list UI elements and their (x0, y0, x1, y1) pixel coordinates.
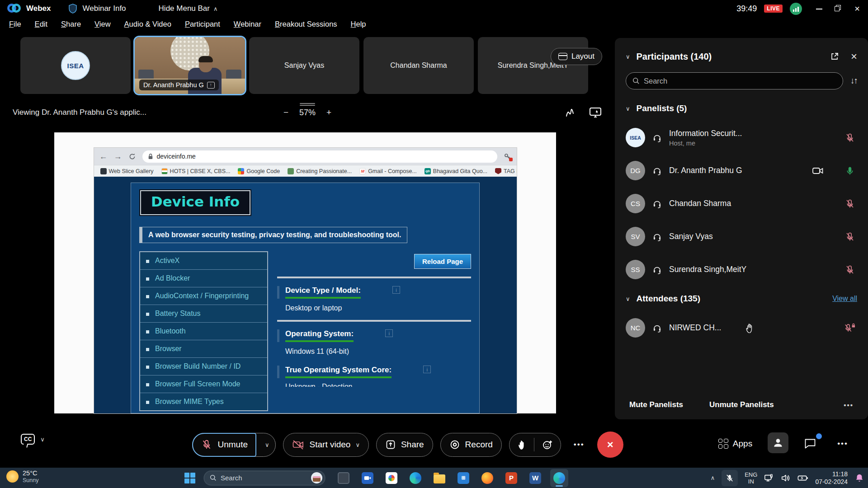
more-options-button[interactable]: ••• (568, 440, 590, 449)
taskbar-search[interactable]: Search (203, 470, 326, 486)
menu-link[interactable]: Ad Blocker (140, 270, 267, 287)
mic-muted-icon[interactable] (844, 264, 855, 275)
annotate-icon[interactable] (564, 107, 576, 118)
minimize-button[interactable] (816, 5, 823, 12)
photos-app-icon[interactable] (382, 469, 401, 487)
close-panel-icon[interactable]: × (851, 50, 857, 63)
mic-on-icon[interactable] (844, 165, 855, 176)
leave-meeting-button[interactable]: × (597, 432, 623, 458)
menu-link[interactable]: Battery Status (140, 305, 267, 323)
menu-file[interactable]: File (9, 20, 21, 28)
language-indicator[interactable]: ENG IN (745, 471, 757, 485)
video-thumbnail[interactable]: Surendra Singh,MeitY (478, 37, 588, 94)
hide-menu-bar-button[interactable]: Hide Menu Bar ∧ (159, 4, 218, 13)
reactions-button[interactable] (534, 433, 561, 456)
camera-on-icon[interactable] (812, 165, 824, 176)
mic-muted-locked-icon[interactable] (843, 323, 855, 333)
store-icon[interactable]: ⊞ (454, 469, 472, 487)
mic-muted-icon[interactable] (844, 198, 855, 209)
menu-edit[interactable]: Edit (35, 20, 47, 28)
window-app-icon[interactable] (335, 469, 353, 487)
bookmark[interactable]: Web Slice Gallery (100, 168, 154, 174)
participant-row[interactable]: CS Chandan Sharma (626, 187, 857, 220)
notifications-bell-icon[interactable] (854, 473, 864, 483)
browser-forward-icon[interactable]: → (114, 152, 122, 160)
menu-link[interactable]: Browser Full Screen Mode (140, 375, 267, 393)
start-video-button[interactable]: Start video ∨ (283, 433, 369, 457)
video-thumbnail[interactable]: Sanjay Vyas (249, 37, 359, 94)
record-button[interactable]: Record (440, 433, 502, 457)
webinar-info-button[interactable]: Webinar Info (83, 4, 126, 13)
menu-link[interactable]: Browser (140, 340, 267, 358)
video-thumbnail-isea[interactable]: ISEA (20, 37, 131, 94)
layout-button[interactable]: Layout (551, 48, 602, 65)
mute-panelists-button[interactable]: Mute Panelists (629, 400, 683, 409)
bookmark[interactable]: Creating Passionate... (288, 168, 352, 174)
menu-link[interactable]: ActiveX (140, 252, 267, 270)
menu-link[interactable]: Bluetooth (140, 323, 267, 340)
menu-link[interactable]: AudioContext / Fingerprinting (140, 287, 267, 305)
menu-link[interactable]: Browser MIME Types (140, 393, 267, 410)
bookmark[interactable]: MGmail - Compose... (359, 168, 417, 174)
participant-row[interactable]: ISEA Information Securit... Host, me (626, 121, 857, 154)
unmute-panelists-button[interactable]: Unmute Panelists (709, 400, 774, 409)
menu-link[interactable]: Browser Build Number / ID (140, 358, 267, 375)
sort-icon[interactable]: ↓↑ (850, 76, 857, 86)
chevron-down-icon[interactable]: ∨ (265, 441, 269, 448)
volume-icon[interactable] (781, 474, 791, 483)
password-key-icon[interactable] (504, 153, 511, 160)
menu-share[interactable]: Share (61, 20, 81, 28)
participant-row[interactable]: DG Dr. Ananth Prabhu G (626, 154, 857, 187)
reload-page-button[interactable]: Reload Page (414, 254, 471, 269)
mic-muted-icon[interactable] (844, 132, 855, 143)
info-icon[interactable]: i (385, 329, 393, 337)
start-button[interactable] (184, 473, 195, 483)
video-thumbnail-active-speaker[interactable]: Dr. Ananth Prabhu G ↑ (135, 37, 245, 94)
view-all-link[interactable]: View all (832, 295, 857, 303)
chevron-down-icon[interactable]: ∨ (355, 441, 360, 448)
webex-taskbar-icon[interactable] (550, 469, 568, 487)
menu-help[interactable]: Help (351, 20, 366, 28)
zoom-out-button[interactable]: − (283, 108, 288, 117)
unmute-button[interactable]: Unmute ∨ (192, 433, 276, 457)
powerpoint-icon[interactable]: P (502, 469, 520, 487)
closed-captions-button[interactable]: CC (21, 434, 35, 445)
clock[interactable]: 11:18 07-02-2024 (815, 470, 848, 486)
address-bar[interactable]: deviceinfo.me (142, 150, 497, 163)
restore-button[interactable] (835, 5, 842, 12)
pop-out-icon[interactable] (830, 52, 839, 61)
remote-control-icon[interactable] (589, 107, 602, 118)
word-icon[interactable]: W (526, 469, 544, 487)
browser-back-icon[interactable]: ← (99, 152, 108, 160)
camera-app-icon[interactable] (359, 469, 377, 487)
menu-breakout-sessions[interactable]: Breakout Sessions (275, 20, 337, 28)
tray-mic-muted-icon[interactable] (722, 470, 738, 486)
bookmark[interactable]: qbBhagavad Gita Quo... (425, 168, 487, 174)
bookmark[interactable]: HOTS | CBSE X, CBS... (161, 168, 231, 174)
participant-row[interactable]: NC NIRWED CH... (626, 311, 857, 344)
browser-reload-icon[interactable] (128, 153, 136, 160)
menu-webinar[interactable]: Webinar (234, 20, 261, 28)
firefox-icon[interactable] (478, 469, 496, 487)
close-button[interactable]: × (854, 5, 861, 12)
raise-hand-button[interactable] (509, 433, 534, 456)
participants-toggle-button[interactable] (768, 432, 788, 453)
menu-audio-video[interactable]: Audio & Video (124, 20, 171, 28)
search-input[interactable] (644, 77, 836, 85)
chevron-down-icon[interactable]: ∨ (40, 436, 45, 443)
battery-icon[interactable] (797, 474, 808, 482)
participant-row[interactable]: SS Surendra Singh,MeitY (626, 253, 857, 286)
participant-search[interactable] (626, 72, 843, 89)
share-button[interactable]: Share (376, 433, 433, 457)
chevron-down-icon[interactable]: ∨ (626, 296, 630, 302)
info-icon[interactable]: i (423, 366, 431, 373)
edge-icon[interactable] (406, 469, 425, 487)
mic-muted-icon[interactable] (844, 231, 855, 242)
chat-button[interactable] (804, 438, 816, 450)
chevron-down-icon[interactable]: ∨ (626, 53, 630, 60)
bookmark[interactable]: TAG Heuer Men (495, 168, 516, 174)
info-icon[interactable]: i (392, 286, 400, 294)
menu-view[interactable]: View (94, 20, 110, 28)
zoom-in-button[interactable]: + (326, 108, 331, 117)
more-options-icon[interactable]: ••• (844, 401, 854, 409)
